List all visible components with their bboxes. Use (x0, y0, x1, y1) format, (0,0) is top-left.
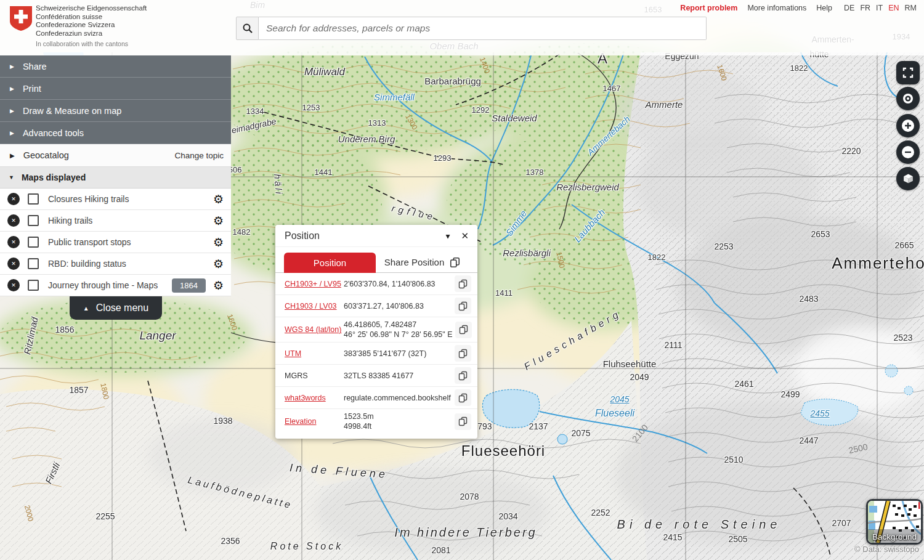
map-label: 1482 (233, 227, 251, 237)
close-menu-button[interactable]: ▲ Close menu (70, 296, 162, 320)
coordinate-system-link[interactable]: CH1903+ / LV95 (285, 280, 344, 288)
copy-button[interactable] (455, 322, 472, 338)
copy-button[interactable] (455, 367, 471, 384)
coordinate-system-link[interactable]: WGS 84 (lat/lon) (285, 325, 344, 334)
map-label: 1292 (472, 105, 490, 115)
more-informations-link[interactable]: More infomations (747, 4, 806, 12)
remove-layer-icon[interactable]: ✕ (7, 279, 20, 291)
coordinate-value: 383'385 5'141'677 (32T) (344, 349, 452, 359)
menu-item-label: Print (23, 84, 41, 94)
geocatalog-label: Geocatalog (23, 150, 69, 160)
lang-rm[interactable]: RM (905, 4, 917, 12)
copy-icon (458, 393, 468, 403)
lang-fr[interactable]: FR (860, 4, 870, 12)
copy-icon (459, 325, 468, 335)
layer-row-closures-hiking-trails: ✕Closures Hiking trails⚙ (0, 189, 231, 210)
search-bar (236, 17, 707, 40)
coordinate-system-link[interactable]: CH1903 / LV03 (285, 302, 344, 310)
lang-it[interactable]: IT (876, 4, 883, 12)
copy-button[interactable] (455, 389, 471, 406)
map-attribution: © Data: swisstopo (854, 545, 919, 554)
position-row-mgrs: MGRS32TLS 83385 41677 (275, 365, 477, 387)
tab-position[interactable]: Position (284, 253, 376, 273)
geolocate-button[interactable] (896, 87, 920, 110)
popup-tabs: Position Share Position (275, 247, 477, 273)
layer-settings-icon[interactable]: ⚙ (213, 237, 224, 248)
chevron-down-icon: ▼ (9, 174, 14, 181)
remove-layer-icon[interactable]: ✕ (7, 236, 20, 248)
layer-checkbox[interactable] (28, 280, 39, 291)
remove-layer-icon[interactable]: ✕ (7, 214, 20, 227)
search-button[interactable] (236, 17, 259, 40)
layer-checkbox[interactable] (28, 237, 39, 248)
chevron-right-icon: ▶ (10, 130, 14, 136)
copy-button[interactable] (455, 413, 471, 430)
layer-settings-icon[interactable]: ⚙ (213, 280, 224, 291)
map-label: Simme (504, 208, 529, 238)
map-label: Rezlisbergweid (556, 182, 619, 192)
layer-checkbox[interactable] (28, 258, 39, 269)
tab-share-position[interactable]: Share Position (376, 252, 469, 272)
layer-settings-icon[interactable]: ⚙ (213, 258, 224, 270)
map-label: 2255 (95, 511, 115, 521)
zoom-in-button[interactable] (896, 114, 920, 137)
layer-settings-icon[interactable]: ⚙ (213, 215, 224, 227)
map-label: Ammertebach (585, 114, 631, 157)
coordinate-system-link[interactable]: UTM (285, 349, 344, 358)
search-input[interactable] (259, 17, 707, 40)
map-label: 2455 (810, 408, 829, 418)
copy-button[interactable] (455, 275, 471, 292)
map-label: 2049 (630, 372, 649, 382)
3d-view-button[interactable] (896, 167, 920, 190)
map-label: 1467 (603, 84, 621, 93)
coordinate-system-link[interactable]: Elevation (285, 417, 344, 426)
map-label: rgflue (391, 203, 437, 222)
header: Schweizerische Eidgenossenschaft Confédé… (0, 0, 924, 55)
map-label: 1500 (554, 251, 566, 269)
fullscreen-button[interactable] (896, 61, 920, 84)
collapse-popup-icon[interactable]: ▾ (445, 231, 450, 241)
map-label: 2510 (724, 455, 743, 465)
coordinate-value: 32TLS 83385 41677 (344, 371, 452, 381)
top-links: Report problem More infomations Help DEF… (670, 4, 917, 12)
menu-item-print[interactable]: ▶Print (0, 78, 231, 100)
remove-layer-icon[interactable]: ✕ (7, 258, 20, 270)
report-problem-link[interactable]: Report problem (680, 4, 737, 12)
language-switcher: DEFRITENRM (838, 4, 917, 12)
map-label: 1253 (302, 103, 320, 112)
layer-settings-icon[interactable]: ⚙ (213, 193, 224, 205)
copy-icon (458, 416, 468, 426)
menu-item-share[interactable]: ▶Share (0, 55, 231, 78)
cube-icon (902, 173, 914, 185)
copy-button[interactable] (455, 345, 471, 362)
coordinate-system-label: MGRS (285, 371, 344, 380)
help-link[interactable]: Help (816, 4, 832, 12)
remove-layer-icon[interactable]: ✕ (7, 193, 20, 205)
map-label: 2505 (728, 534, 747, 544)
background-selector[interactable]: Background (866, 499, 923, 545)
map-label: Laufbödneplatte (187, 474, 294, 511)
map-label: 2000 (23, 504, 35, 522)
map-label: 2100 (630, 423, 650, 444)
coordinate-system-link[interactable]: what3words (285, 394, 344, 402)
menu-item-geocatalog[interactable]: ▶ Geocatalog Change topic (0, 144, 231, 167)
popup-header: Position ▾ ✕ (275, 225, 477, 247)
layer-year-badge[interactable]: 1864 (172, 278, 206, 293)
map-label: 2653 (811, 229, 830, 239)
maps-displayed-header[interactable]: ▼ Maps displayed (0, 167, 231, 189)
search-icon (242, 23, 253, 34)
map-label: 1441 (315, 168, 333, 177)
maps-displayed-label: Maps displayed (22, 172, 86, 182)
layer-checkbox[interactable] (28, 193, 39, 205)
close-popup-icon[interactable]: ✕ (461, 230, 469, 241)
lang-de[interactable]: DE (844, 4, 854, 12)
copy-icon (450, 257, 460, 268)
menu-item-advanced-tools[interactable]: ▶Advanced tools (0, 122, 231, 144)
map-label: 1378 (526, 168, 544, 177)
layer-checkbox[interactable] (28, 215, 39, 226)
zoom-out-button[interactable] (896, 140, 920, 164)
change-topic-link[interactable]: Change topic (174, 151, 224, 160)
menu-item-draw-measure-on-map[interactable]: ▶Draw & Measure on map (0, 100, 231, 122)
lang-en[interactable]: EN (888, 4, 899, 12)
copy-button[interactable] (455, 298, 471, 314)
